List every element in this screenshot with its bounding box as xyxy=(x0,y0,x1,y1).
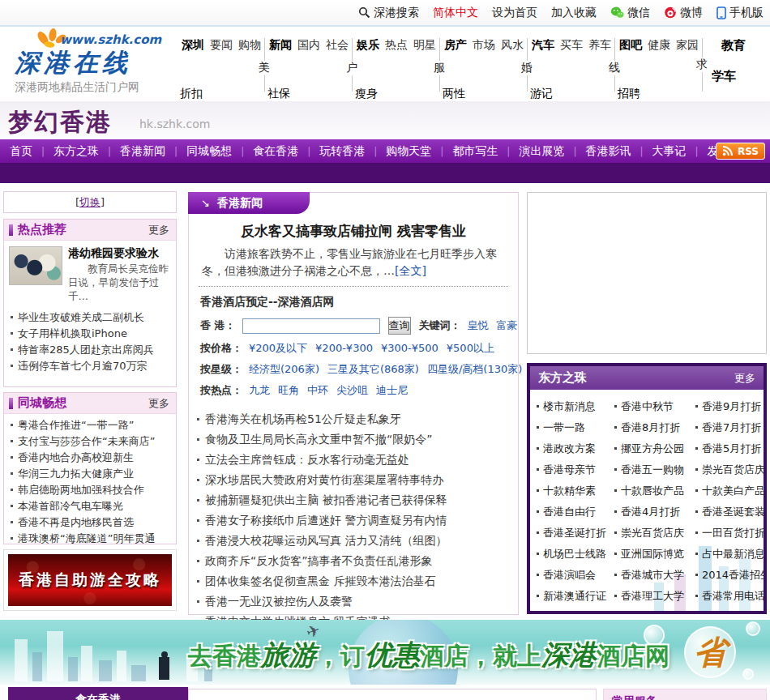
pearl-link[interactable]: 占中最新消息 xyxy=(695,544,764,565)
price-link[interactable]: ¥200-¥300 xyxy=(315,342,373,354)
hotel-promo-banner[interactable]: ✈ 去香港旅游，订优惠酒店，就上深港酒店网 省 xyxy=(0,620,770,685)
nav-item[interactable]: 香港影讯 xyxy=(585,144,652,159)
language-link[interactable]: 简体中文 xyxy=(433,6,478,20)
meganav-head[interactable]: 图吧 xyxy=(619,38,642,51)
tongcheng-item[interactable]: 韩启德盼两地加强科技合作 xyxy=(11,482,173,498)
featured-title[interactable]: 港幼稚园要求验水 xyxy=(68,246,171,260)
pearl-link[interactable]: 十款精华素 xyxy=(537,480,614,502)
star-link[interactable]: 经济型(206家) xyxy=(249,363,319,375)
pearl-link[interactable]: 十款美白产品 xyxy=(695,480,764,502)
meganav-link[interactable]: 两性 xyxy=(443,87,465,101)
nav-item[interactable]: 大事记 xyxy=(652,144,707,159)
pearl-link[interactable]: 香港理工大学 xyxy=(614,586,695,607)
meganav-clipped-link[interactable]: 婚 xyxy=(521,61,533,75)
pearl-link[interactable]: 新港澳通行证 xyxy=(537,586,614,607)
nav-item[interactable]: 同城畅想 xyxy=(186,144,253,159)
meganav-link[interactable]: 风水 xyxy=(501,38,524,51)
nav-item[interactable]: 都市写生 xyxy=(452,144,519,159)
more-link[interactable]: 更多 xyxy=(148,396,169,411)
tongcheng-item[interactable]: 华润三九力拓大健康产业 xyxy=(11,466,173,482)
pearl-link[interactable]: 香港8月打折 xyxy=(614,417,695,438)
pearl-link[interactable]: 香港五一购物 xyxy=(614,459,695,480)
switch-link[interactable]: 切换 xyxy=(79,196,101,208)
hot-item[interactable]: 特首率285人团赴京出席阅兵 xyxy=(11,342,173,358)
hotspot-link[interactable]: 中环 xyxy=(307,384,328,396)
price-link[interactable]: ¥200及以下 xyxy=(249,342,307,354)
meganav-clipped-link[interactable]: 线 xyxy=(609,61,620,75)
news-item[interactable]: 食物及卫生局局长高永文重申暂不撤“限奶令” xyxy=(197,429,510,450)
hotspot-link[interactable]: 九龙 xyxy=(249,384,270,396)
meganav-link[interactable]: 瘦身 xyxy=(355,87,378,101)
tongcheng-item[interactable]: 香港不再是内地移民首选 xyxy=(11,514,173,531)
nav-item[interactable]: 食在香港 xyxy=(253,144,319,159)
hotel-city-input[interactable] xyxy=(242,318,380,334)
hot-item[interactable]: 毕业生攻破难关成二副机长 xyxy=(11,309,173,326)
hot-item[interactable]: 违例停车首七个月逾70万宗 xyxy=(11,358,173,374)
news-item[interactable]: 香港女子称接纸巾后遭迷奸 警方调查疑另有内情 xyxy=(197,510,510,531)
hotspot-link[interactable]: 旺角 xyxy=(278,384,299,396)
pearl-link[interactable]: 崇光百货店庆 xyxy=(614,523,695,544)
featured-story[interactable]: 港幼稚园要求验水 教育局长吴克俭昨日说，早前发信予过千… xyxy=(4,241,176,306)
pearl-link[interactable]: 一带一路 xyxy=(537,417,614,438)
meganav-link[interactable]: 国内 xyxy=(297,38,320,51)
site-logo[interactable]: www.szhk.com 深港在线 深港两地精品生活门户网 xyxy=(10,30,176,98)
meganav-clipped-link[interactable]: 服 xyxy=(434,61,445,75)
meganav-clipped-link[interactable]: 户 xyxy=(346,61,357,75)
meganav-link[interactable]: 社保 xyxy=(267,87,290,101)
meganav-link[interactable]: 热点 xyxy=(385,38,408,51)
weibo-link[interactable]: 微博 xyxy=(664,6,703,20)
news-item[interactable]: 政商齐斥“反水货客”搞事者不负责任乱港形象 xyxy=(197,551,510,571)
featured-thumbnail[interactable] xyxy=(9,246,62,285)
pearl-link[interactable]: 十款唇妆产品 xyxy=(614,480,695,502)
pearl-link[interactable]: 香港自由行 xyxy=(537,502,614,523)
nav-item[interactable]: 香港新闻 xyxy=(120,144,186,159)
pearl-link[interactable]: 香港4月打折 xyxy=(614,502,695,523)
wechat-link[interactable]: 微信 xyxy=(610,6,650,20)
site-search-link[interactable]: 深港搜索 xyxy=(358,6,419,20)
hotspot-link[interactable]: 迪士尼 xyxy=(376,384,408,396)
nav-item[interactable]: 购物天堂 xyxy=(386,144,452,159)
pearl-link[interactable]: 2014香港招生 xyxy=(695,565,764,586)
price-link[interactable]: ¥500以上 xyxy=(447,342,494,354)
tongcheng-item[interactable]: 香港内地合办高校迎新生 xyxy=(11,450,173,466)
meganav-head[interactable]: 娱乐 xyxy=(357,38,379,51)
rss-button[interactable]: RSS xyxy=(716,143,765,160)
star-link[interactable]: 四星级/高档(130家) xyxy=(427,363,522,375)
keyword-link[interactable]: 富豪 xyxy=(497,319,518,331)
nav-item[interactable]: 首页 xyxy=(10,144,53,159)
pearl-link[interactable]: 一田百货打折 xyxy=(695,523,764,544)
news-item[interactable]: 香港浸大校花曝运动风写真 活力又清纯（组图） xyxy=(197,531,510,551)
meganav-link[interactable]: 购物 xyxy=(238,38,261,51)
meganav-link[interactable]: 社会 xyxy=(326,38,349,51)
pearl-link[interactable]: 香港常用电话 xyxy=(695,586,764,607)
pearl-link[interactable]: 香港5月打折 xyxy=(695,438,764,459)
pearl-link[interactable]: 机场巴士线路 xyxy=(537,544,614,565)
news-item[interactable]: 立法会主席曾钰成：反水客行动毫无益处 xyxy=(197,450,510,470)
tongcheng-item[interactable]: 本港首部冷气电车曝光 xyxy=(11,498,173,514)
mobile-version-link[interactable]: 手机版 xyxy=(717,6,764,20)
pearl-link[interactable]: 楼市新消息 xyxy=(537,396,614,417)
tab-food-in-hk[interactable]: 食在香港 xyxy=(8,687,188,700)
news-item[interactable]: 深水埗居民大赞政府对黄竹街塞渠屋署特事特办 xyxy=(197,470,510,490)
news-item[interactable]: 被捕新疆疑犯供出主脑 被扣香港记者已获得保释 xyxy=(197,490,510,510)
pearl-link[interactable]: 香港中秋节 xyxy=(614,396,695,417)
travel-guide-banner[interactable]: 香港自助游全攻略 xyxy=(8,554,172,606)
meganav-head[interactable]: 房产 xyxy=(444,38,467,51)
pearl-link[interactable]: 香港母亲节 xyxy=(537,459,614,480)
meganav-link[interactable]: 养车 xyxy=(588,38,611,51)
nav-item[interactable]: 东方之珠 xyxy=(53,144,120,159)
news-item[interactable]: 团体收集签名促彻查黑金 斥摧毁本港法治基石 xyxy=(197,571,510,591)
pearl-link[interactable]: 港政改方案 xyxy=(537,438,614,459)
tongcheng-item[interactable]: 粤港合作推进“一带一路” xyxy=(11,417,173,433)
meganav-link[interactable]: 买车 xyxy=(560,38,583,51)
more-link[interactable]: 更多 xyxy=(148,223,169,237)
meganav-head[interactable]: 深圳 xyxy=(182,38,204,51)
pearl-link[interactable]: 香港城市大学 xyxy=(614,565,695,586)
hotspot-link[interactable]: 尖沙咀 xyxy=(336,384,368,396)
hot-item[interactable]: 女子用样机换取iPhone xyxy=(11,326,173,342)
meganav-head[interactable]: 教育 xyxy=(721,38,746,53)
meganav-link[interactable]: 游记 xyxy=(530,87,553,101)
meganav-head[interactable]: 汽车 xyxy=(532,38,554,51)
pearl-link[interactable]: 香港9月打折 xyxy=(695,396,764,417)
set-home-link[interactable]: 设为首页 xyxy=(492,6,537,20)
